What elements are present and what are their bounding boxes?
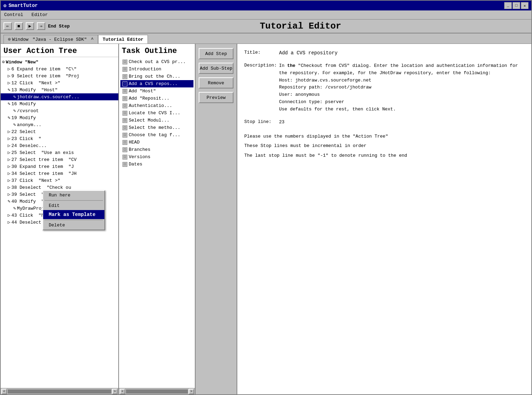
tree-item-34[interactable]: ▷ 34 Select tree item "JH [1, 170, 118, 177]
context-menu-mark-template[interactable]: Mark as Template [43, 210, 104, 219]
task-item-5[interactable]: □ Add "Reposit... [120, 95, 193, 102]
scroll-right-btn-mid[interactable]: > [189, 389, 194, 394]
scroll-left-btn-mid[interactable]: < [120, 389, 125, 394]
tree-item-38[interactable]: ▷ 38 Deselect "Check ou [1, 184, 118, 191]
button-panel: Add Step Add Sub-Step Remove Preview [196, 44, 237, 394]
page-title: Tutorial Editor [72, 21, 529, 31]
remove-button[interactable]: Remove [199, 77, 233, 88]
expand-icon: ▷ [8, 178, 10, 183]
expand-icon: ▷ [8, 164, 10, 169]
tree-label: 37 Click "Next >" [11, 178, 60, 183]
tree-item-13-child[interactable]: ✎ jhotdraw.cvs.sourcef... [1, 93, 118, 100]
menu-control[interactable]: Control [3, 11, 25, 18]
title-bar-left: ⊙ SmartTutor [3, 3, 38, 9]
tree-item-19-child[interactable]: ✎ anonym... [1, 121, 118, 128]
task-item-3[interactable]: □ Add a CVS repos... [120, 80, 193, 87]
tree-item-window[interactable]: ⊙ Window "New" [1, 59, 118, 65]
title-label: Title: [244, 49, 279, 55]
expand-icon: ▷ [8, 219, 10, 225]
toolbar-stop-button[interactable]: ■ [15, 22, 23, 30]
scroll-track-mid[interactable] [126, 389, 188, 394]
task-list[interactable]: □ Check out a CVS pr... □ Introduction □… [119, 57, 195, 388]
tree-item-13[interactable]: ✎ 13 Modify "Host" [1, 86, 118, 93]
tree-item-6[interactable]: ▷ 6 Expand tree item "C\" [1, 65, 118, 72]
task-label-11: HEAD [129, 140, 140, 145]
tree-label: 27 Select tree item "CV [11, 157, 77, 162]
tree-item-12[interactable]: ▷ 12 Click "Next >" [1, 79, 118, 86]
expand-icon: ▷ [8, 157, 10, 162]
tree-label: 12 Click "Next >" [11, 80, 60, 86]
expand-icon: ▷ [8, 143, 10, 148]
tab-window[interactable]: ⊙ Window "Java - Eclipse SDK" ^ [3, 35, 98, 44]
expand-icon: ▷ [8, 66, 10, 72]
tree-item-9[interactable]: ▷ 9 Select tree item "Proj [1, 72, 118, 79]
toolbar-back-button[interactable]: ⇐ [3, 22, 12, 30]
scroll-track[interactable] [8, 389, 111, 394]
tab-tutorial-editor[interactable]: Tutorial Editor [98, 35, 148, 44]
tab-window-label: Window [12, 37, 29, 42]
tree-item-37[interactable]: ▷ 37 Click "Next >" [1, 177, 118, 184]
note-0: Please use the numbers displayed in the … [244, 132, 524, 140]
context-menu-edit[interactable]: Edit [43, 201, 104, 210]
task-item-4[interactable]: □ Add "Host" [120, 87, 193, 95]
task-item-1[interactable]: □ Introduction [120, 65, 193, 73]
task-item-14[interactable]: □ Dates [120, 161, 193, 168]
task-item-13[interactable]: □ Versions [120, 153, 193, 161]
tree-item-22[interactable]: ▷ 22 Select [1, 128, 118, 135]
scroll-right-btn[interactable]: > [112, 389, 118, 394]
left-panel-scrollbar-h[interactable]: < > [1, 388, 118, 394]
expand-icon: ▷ [8, 129, 10, 134]
stop-line-info: Please use the numbers displayed in the … [244, 132, 524, 160]
task-item-0[interactable]: □ Check out a CVS pr... [120, 58, 193, 65]
tab-window-subtitle: "Java - Eclipse SDK" [30, 37, 90, 42]
maximize-button[interactable]: □ [513, 2, 520, 9]
tree-label: 25 Select "Use an exis [11, 150, 74, 155]
task-label-9: Select the metho... [129, 125, 180, 130]
task-item-8[interactable]: □ Select Modul... [120, 117, 193, 124]
toolbar-forward-button[interactable]: ⇒ [37, 22, 45, 30]
minimize-button[interactable]: _ [504, 2, 512, 9]
task-icon-4: □ [122, 89, 127, 94]
add-step-button[interactable]: Add Step [199, 48, 233, 59]
close-button[interactable]: ✕ [521, 2, 529, 9]
modify-icon: ✎ [8, 199, 10, 204]
context-menu-delete[interactable]: Delete [43, 221, 104, 230]
task-label-3: Add a CVS repos... [129, 81, 177, 86]
toolbar: ⇐ ■ ▶ ⇒ End Step Tutorial Editor [1, 20, 531, 33]
tree-item-16-child[interactable]: ✎ /cvsroot [1, 107, 118, 114]
menu-editor[interactable]: Editor [30, 11, 49, 18]
title-bar-controls: _ □ ✕ [504, 2, 529, 9]
tree-item-25[interactable]: ▷ 25 Select "Use an exis [1, 149, 118, 156]
task-item-9[interactable]: □ Select the metho... [120, 124, 193, 131]
task-item-12[interactable]: □ Branches [120, 146, 193, 153]
task-label-6: Authenticatio... [129, 103, 172, 108]
expand-icon: ▷ [8, 136, 10, 141]
description-value: In the "Checkout from CVS" dialog. Enter… [279, 62, 524, 113]
task-item-2[interactable]: □ Bring out the Ch... [120, 73, 193, 80]
tab-tutorial-editor-label: Tutorial Editor [103, 37, 143, 42]
expand-icon: ▷ [8, 185, 10, 190]
tree-item-19[interactable]: ✎ 19 Modify [1, 114, 118, 121]
task-item-10[interactable]: □ Choose the tag f... [120, 131, 193, 139]
task-item-11[interactable]: □ HEAD [120, 139, 193, 146]
tree-item-27[interactable]: ▷ 27 Select tree item "CV [1, 156, 118, 163]
tab-bar: ⊙ Window "Java - Eclipse SDK" ^ Tutorial… [1, 33, 531, 44]
scroll-left-btn[interactable]: < [1, 389, 7, 394]
context-menu-sep2 [45, 220, 103, 220]
preview-button[interactable]: Preview [199, 92, 233, 103]
task-item-6[interactable]: □ Authenticatio... [120, 102, 193, 109]
task-icon-3: □ [122, 82, 127, 86]
tree-item-24[interactable]: ▷ 24 Deselec... [1, 142, 118, 149]
task-icon-11: □ [122, 140, 127, 145]
task-item-7[interactable]: □ Locate the CVS I... [120, 109, 193, 117]
add-sub-step-button[interactable]: Add Sub-Step [199, 63, 233, 74]
toolbar-play-button[interactable]: ▶ [26, 22, 34, 30]
context-menu-run-here[interactable]: Run here [43, 191, 104, 200]
title-bar: ⊙ SmartTutor _ □ ✕ [1, 1, 531, 10]
tree-item-16[interactable]: ✎ 16 Modify [1, 100, 118, 107]
tree-item-23[interactable]: ▷ 23 Click " [1, 135, 118, 142]
middle-panel-scrollbar-h[interactable]: < > [119, 388, 195, 394]
tree-item-30[interactable]: ▷ 30 Expand tree item "J [1, 163, 118, 170]
task-icon-9: □ [122, 125, 127, 130]
right-panel: Title: Add a CVS repository Description:… [237, 44, 531, 394]
